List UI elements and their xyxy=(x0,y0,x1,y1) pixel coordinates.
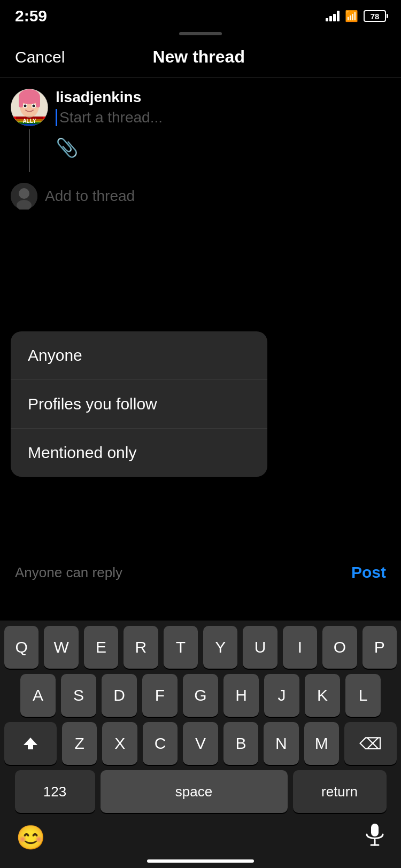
svg-rect-9 xyxy=(36,97,40,107)
key-t[interactable]: T xyxy=(164,626,198,669)
key-s[interactable]: S xyxy=(61,674,96,717)
numbers-key[interactable]: 123 xyxy=(15,770,95,813)
dropdown-item-mentioned-only[interactable]: Mentioned only xyxy=(11,429,267,477)
emoji-button[interactable]: 😊 xyxy=(16,824,45,851)
keyboard-row-4: 123 space return xyxy=(4,770,397,813)
key-m[interactable]: M xyxy=(304,722,339,765)
key-b[interactable]: B xyxy=(223,722,258,765)
compose-username: lisadjenkins xyxy=(56,89,390,106)
key-l[interactable]: L xyxy=(345,674,381,717)
svg-point-18 xyxy=(19,188,29,199)
space-key[interactable]: space xyxy=(101,770,288,813)
header: Cancel New thread xyxy=(0,36,401,78)
delete-key[interactable]: ⌫ xyxy=(344,722,397,765)
post-button[interactable]: Post xyxy=(351,563,386,582)
secondary-avatar xyxy=(11,183,37,210)
key-f[interactable]: F xyxy=(142,674,178,717)
status-bar: 2:59 📶 78 xyxy=(0,0,401,29)
svg-text:ALLY: ALLY xyxy=(22,118,36,124)
avatar-section: ALLY xyxy=(11,89,48,172)
key-c[interactable]: C xyxy=(143,722,178,765)
compose-area: ALLY lisadjenkins Start a thread... 📎 xyxy=(0,78,401,177)
wifi-icon: 📶 xyxy=(345,10,358,22)
key-g[interactable]: G xyxy=(183,674,218,717)
key-v[interactable]: V xyxy=(183,722,218,765)
key-i[interactable]: I xyxy=(283,626,317,669)
dropdown-item-anyone[interactable]: Anyone xyxy=(11,331,267,380)
key-a[interactable]: A xyxy=(20,674,56,717)
key-w[interactable]: W xyxy=(44,626,78,669)
keyboard-row-1: Q W E R T Y U I O P xyxy=(4,626,397,669)
bottom-bar: Anyone can reply Post xyxy=(0,555,401,590)
thread-input[interactable]: Start a thread... xyxy=(56,109,390,126)
header-title: New thread xyxy=(152,47,244,67)
key-h[interactable]: H xyxy=(223,674,259,717)
add-thread-label: Add to thread xyxy=(45,188,135,205)
status-icons: 📶 78 xyxy=(326,10,386,22)
key-j[interactable]: J xyxy=(264,674,299,717)
key-k[interactable]: K xyxy=(305,674,340,717)
signal-icon xyxy=(326,11,340,21)
reply-options-dropdown: Anyone Profiles you follow Mentioned onl… xyxy=(11,331,267,477)
sheet-handle xyxy=(0,29,401,36)
attachment-icon[interactable]: 📎 xyxy=(56,137,390,158)
avatar-image: ALLY xyxy=(11,89,48,126)
keyboard-accessory-row: 😊 xyxy=(0,815,401,863)
svg-point-12 xyxy=(24,105,27,107)
cancel-button[interactable]: Cancel xyxy=(15,48,65,66)
key-x[interactable]: X xyxy=(102,722,137,765)
key-o[interactable]: O xyxy=(322,626,357,669)
battery-icon: 78 xyxy=(364,10,386,22)
key-n[interactable]: N xyxy=(264,722,298,765)
thread-line xyxy=(29,129,30,172)
key-q[interactable]: Q xyxy=(4,626,38,669)
reply-permission-label: Anyone can reply xyxy=(15,564,122,581)
key-z[interactable]: Z xyxy=(62,722,97,765)
compose-content[interactable]: lisadjenkins Start a thread... 📎 xyxy=(56,89,390,172)
svg-rect-8 xyxy=(19,97,23,107)
status-time: 2:59 xyxy=(15,7,47,25)
key-y[interactable]: Y xyxy=(203,626,237,669)
keyboard: Q W E R T Y U I O P A S D F G H J K L Z … xyxy=(0,621,401,868)
avatar: ALLY xyxy=(11,89,48,126)
keyboard-row-3: Z X C V B N M ⌫ xyxy=(4,722,397,765)
svg-rect-20 xyxy=(371,824,379,836)
key-r[interactable]: R xyxy=(124,626,158,669)
keyboard-row-2: A S D F G H J K L xyxy=(19,674,382,717)
key-e[interactable]: E xyxy=(84,626,118,669)
mic-button[interactable] xyxy=(365,823,385,852)
key-u[interactable]: U xyxy=(243,626,277,669)
key-d[interactable]: D xyxy=(102,674,137,717)
shift-icon xyxy=(22,735,38,751)
dropdown-item-profiles-you-follow[interactable]: Profiles you follow xyxy=(11,380,267,429)
home-indicator xyxy=(147,859,254,863)
return-key[interactable]: return xyxy=(293,770,387,813)
shift-key[interactable] xyxy=(4,722,57,765)
add-thread-row[interactable]: Add to thread xyxy=(0,177,401,215)
svg-point-13 xyxy=(33,105,35,107)
key-p[interactable]: P xyxy=(363,626,397,669)
